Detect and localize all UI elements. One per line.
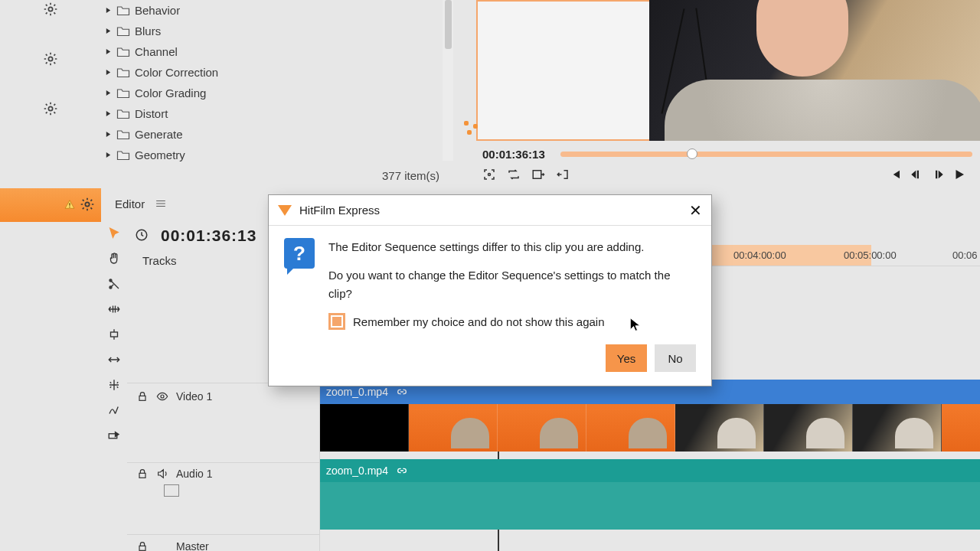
lock-icon[interactable] [136,390,149,403]
svg-point-1 [48,57,52,60]
audio-track-name: Audio 1 [176,468,212,480]
dialog-text-1: The Editor Sequence settings differ to t… [328,238,696,256]
gear-icon[interactable] [80,197,95,214]
transform-handle-icon[interactable] [464,121,481,138]
folder-icon [115,149,132,161]
chevron-right-icon [101,48,115,55]
svg-rect-16 [139,546,145,550]
gear-icon[interactable] [43,2,58,19]
prev-frame-icon[interactable] [888,168,902,184]
ruler-tick: 00:05:00:00 [844,249,897,261]
focus-icon[interactable] [482,168,496,184]
folder-icon [115,46,132,57]
dialog-text-2: Do you want to change the Editor Sequenc… [328,266,696,302]
chevron-right-icon [101,69,115,76]
question-icon [284,238,315,269]
chevron-right-icon [101,90,115,96]
effects-folder[interactable]: Distort [101,103,453,124]
export-icon[interactable] [531,168,545,184]
select-tool-icon[interactable] [106,225,122,244]
audio-track-header[interactable]: Audio 1 [127,462,320,508]
insert-tool-icon[interactable] [106,326,122,345]
folder-icon [115,25,132,37]
lock-icon[interactable] [136,468,149,480]
link-icon [396,386,408,398]
effects-folder[interactable]: Channel [101,41,453,62]
chevron-right-icon [101,131,115,138]
effects-folder[interactable]: Behavior [101,0,453,21]
folder-icon [115,87,132,99]
folder-icon [115,129,132,140]
step-back-icon[interactable] [910,168,923,184]
slice-tool-icon[interactable] [106,276,122,295]
speaker-icon[interactable] [156,468,168,480]
loop-icon[interactable] [507,168,521,184]
add-track-icon[interactable] [106,427,122,446]
viewer-timecode: 00:01:36:13 [482,148,545,161]
chevron-right-icon [101,28,115,34]
svg-rect-6 [69,206,70,207]
audio-waveform[interactable] [320,482,980,530]
hand-tool-icon[interactable] [106,250,122,269]
gear-icon[interactable] [43,101,58,119]
snap-tool-icon[interactable] [106,377,122,396]
effects-scrollbar[interactable] [443,0,453,161]
menu-icon[interactable] [155,197,166,210]
effects-folder-label: Color Grading [132,86,206,99]
remember-label: Remember my choice and do not show this … [353,313,605,331]
chevron-right-icon [101,152,115,158]
video-track-header[interactable]: Video 1 [127,383,320,409]
effects-count: 377 item(s) [382,169,439,182]
ruler-tick: 00:04:00:00 [733,249,786,261]
folder-icon [115,108,132,119]
effects-folder[interactable]: Blurs [101,21,453,41]
audio-clip-label: zoom_0.mp4 [326,465,388,477]
svg-rect-4 [533,171,541,179]
remember-checkbox[interactable] [328,313,345,330]
editor-tab[interactable]: Editor [101,188,166,219]
viewer-viewport[interactable] [476,0,980,141]
chevron-right-icon [101,7,115,14]
effects-folder-label: Behavior [132,4,180,17]
effects-folder-label: Color Correction [132,66,218,79]
folder-icon [115,5,132,16]
effects-folder[interactable]: Color Grading [101,83,453,103]
effects-folder[interactable]: Generate [101,124,453,145]
effects-list: Behavior Blurs Channel Color Correction … [101,0,453,187]
effects-side-gear-column [0,0,101,187]
viewer-options-row [482,168,570,184]
slip-tool-icon[interactable] [106,351,122,370]
close-icon[interactable]: ✕ [689,203,702,218]
sequence-settings-dialog: HitFilm Express ✕ The Editor Sequence se… [268,194,712,386]
svg-point-7 [85,202,89,206]
svg-rect-5 [69,203,70,206]
master-track-header[interactable]: Master [127,534,320,551]
eye-icon[interactable] [156,390,168,403]
timeline-timecode[interactable]: 00:01:36:13 [161,227,256,245]
link-icon [396,465,408,477]
app-logo-icon [278,205,292,216]
audio-meter-icon[interactable] [164,484,179,497]
active-left-tab[interactable] [0,188,101,222]
video-thumbnails[interactable] [320,404,980,452]
effects-folder[interactable]: Geometry [101,145,453,165]
svg-point-14 [161,395,164,398]
yes-button[interactable]: Yes [606,344,647,372]
lock-icon[interactable] [136,540,149,552]
timeline-tool-column [101,219,127,446]
svg-point-3 [488,174,491,176]
effects-folder-label: Geometry [132,148,185,161]
play-icon[interactable] [952,168,966,184]
ripple-tool-icon[interactable] [106,301,122,320]
audio-clip[interactable]: zoom_0.mp4 [320,459,980,482]
gear-icon[interactable] [43,51,58,69]
rate-tool-icon[interactable] [106,402,122,421]
svg-rect-10 [111,332,118,337]
effects-folder-label: Channel [132,45,178,58]
video-track-name: Video 1 [176,390,212,403]
enter-icon[interactable] [556,168,570,184]
viewer-scrubber[interactable] [560,152,972,157]
effects-folder[interactable]: Color Correction [101,62,453,83]
step-fwd-icon[interactable] [931,168,945,184]
no-button[interactable]: No [655,344,696,372]
